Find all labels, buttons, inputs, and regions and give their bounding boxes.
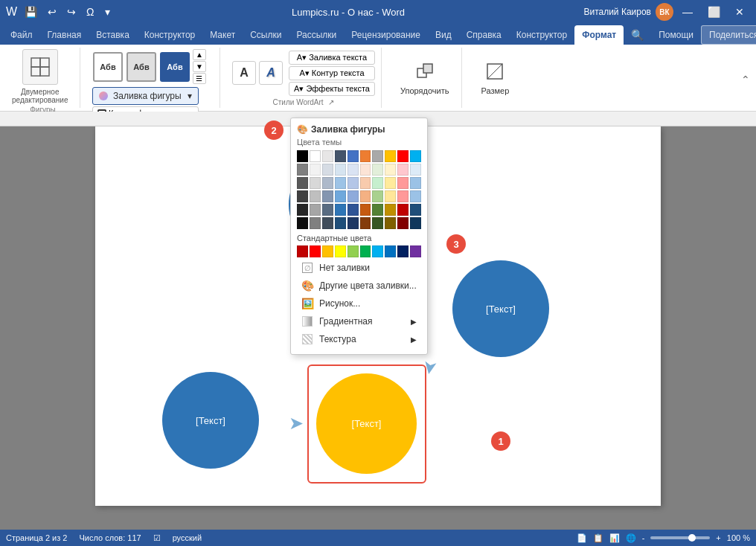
swatch-4-1[interactable] xyxy=(297,190,308,202)
swatch-3-1[interactable] xyxy=(297,177,308,189)
tab-insert[interactable]: Вставка xyxy=(89,25,137,45)
swatch-3-9[interactable] xyxy=(397,177,409,189)
swatch-5-8[interactable] xyxy=(385,204,396,216)
swatch-5-6[interactable] xyxy=(360,204,371,216)
shape-fill-button[interactable]: Заливка фигуры ▾ xyxy=(92,87,199,105)
wordart-dialog-launcher[interactable]: ↗ xyxy=(328,98,334,106)
swatch-3-5[interactable] xyxy=(347,177,359,189)
swatch-5-1[interactable] xyxy=(297,204,308,216)
swatch-yellow1[interactable] xyxy=(385,150,396,162)
swatch-3-6[interactable] xyxy=(360,177,371,189)
collapse-ribbon-button[interactable]: ⌃ xyxy=(741,74,750,86)
std-swatch-5[interactable] xyxy=(347,245,359,257)
tab-layout[interactable]: Макет xyxy=(202,25,243,45)
tab-search[interactable]: 🔍 xyxy=(624,25,651,45)
wordart-btn-a1[interactable]: A xyxy=(232,61,256,85)
swatch-lgray[interactable] xyxy=(322,150,333,162)
swatch-4-10[interactable] xyxy=(410,190,421,202)
maximize-button[interactable]: ⬜ xyxy=(702,3,726,21)
view-focus-icon[interactable]: 📊 xyxy=(609,533,620,543)
circle-left[interactable]: [Текст] xyxy=(162,372,259,469)
close-button[interactable]: ✕ xyxy=(729,3,750,21)
tab-view[interactable]: Вид xyxy=(428,25,459,45)
swatch-2-7[interactable] xyxy=(372,164,383,176)
arrange-button[interactable]: Упорядочить xyxy=(394,51,455,104)
swatch-6-4[interactable] xyxy=(335,217,346,229)
wordart-outline-btn[interactable]: A▾ Контур текста xyxy=(289,66,375,80)
redo-icon[interactable]: ↪ xyxy=(64,4,79,19)
circle-right[interactable]: [Текст] xyxy=(452,260,549,357)
style-scroll-up[interactable]: ▲ xyxy=(193,49,206,60)
zoom-slider[interactable] xyxy=(650,536,710,539)
swatch-4-8[interactable] xyxy=(385,190,396,202)
swatch-dgray[interactable] xyxy=(335,150,346,162)
swatch-2-6[interactable] xyxy=(360,164,371,176)
swatch-lightblue1[interactable] xyxy=(410,150,421,162)
picture-item[interactable]: 🖼️ Рисунок... xyxy=(297,295,421,312)
std-swatch-9[interactable] xyxy=(397,245,409,257)
save-icon[interactable]: 💾 xyxy=(22,4,40,19)
swatch-2-5[interactable] xyxy=(347,164,359,176)
swatch-gray2[interactable] xyxy=(372,150,383,162)
swatch-3-2[interactable] xyxy=(310,177,321,189)
std-swatch-4[interactable] xyxy=(335,245,346,257)
wordart-btn-a2[interactable]: A xyxy=(259,61,283,85)
style-thumb-1[interactable]: Абв xyxy=(93,52,123,82)
std-swatch-10[interactable] xyxy=(410,245,421,257)
std-swatch-7[interactable] xyxy=(372,245,383,257)
swatch-2-4[interactable] xyxy=(335,164,346,176)
std-swatch-8[interactable] xyxy=(385,245,396,257)
zoom-in-btn[interactable]: + xyxy=(716,533,720,542)
circle-center-yellow[interactable]: [Текст] xyxy=(316,373,417,474)
swatch-6-10[interactable] xyxy=(410,217,421,229)
swatch-4-3[interactable] xyxy=(322,190,333,202)
tab-references[interactable]: Ссылки xyxy=(243,25,289,45)
swatch-5-7[interactable] xyxy=(372,204,383,216)
style-scroll-down[interactable]: ▼ xyxy=(193,61,206,72)
swatch-4-5[interactable] xyxy=(347,190,359,202)
swatch-2-2[interactable] xyxy=(310,164,321,176)
quick-access-more[interactable]: ▾ xyxy=(102,4,113,19)
std-swatch-6[interactable] xyxy=(360,245,371,257)
tab-review[interactable]: Рецензирование xyxy=(344,25,428,45)
swatch-3-4[interactable] xyxy=(335,177,346,189)
swatch-6-6[interactable] xyxy=(360,217,371,229)
swatch-6-2[interactable] xyxy=(310,217,321,229)
std-swatch-2[interactable] xyxy=(310,245,321,257)
size-button[interactable]: Размер xyxy=(474,51,516,104)
std-swatch-3[interactable] xyxy=(322,245,333,257)
swatch-3-10[interactable] xyxy=(410,177,421,189)
minimize-button[interactable]: — xyxy=(676,3,699,21)
swatch-blue1[interactable] xyxy=(347,150,359,162)
swatch-5-3[interactable] xyxy=(322,204,333,216)
swatch-5-5[interactable] xyxy=(347,204,359,216)
more-colors-item[interactable]: 🎨 Другие цвета заливки... xyxy=(297,277,421,295)
swatch-white[interactable] xyxy=(310,150,321,162)
swatch-5-10[interactable] xyxy=(410,204,421,216)
wordart-effects-btn[interactable]: A▾ Эффекты текста xyxy=(289,82,375,96)
swatch-3-8[interactable] xyxy=(385,177,396,189)
gradient-item[interactable]: Градиентная ▶ xyxy=(297,312,421,330)
std-swatch-1[interactable] xyxy=(297,245,308,257)
swatch-4-4[interactable] xyxy=(335,190,346,202)
style-thumb-3[interactable]: Абв xyxy=(160,52,190,82)
zoom-out-btn[interactable]: - xyxy=(642,533,645,542)
no-fill-item[interactable]: ∅ Нет заливки xyxy=(297,259,421,277)
swatch-6-7[interactable] xyxy=(372,217,383,229)
tab-assist[interactable]: Помощи xyxy=(651,25,701,45)
swatch-4-7[interactable] xyxy=(372,190,383,202)
swatch-2-8[interactable] xyxy=(385,164,396,176)
texture-item[interactable]: Текстура ▶ xyxy=(297,330,421,348)
spell-icon[interactable]: ☑ xyxy=(153,533,161,543)
view-web-icon[interactable]: 🌐 xyxy=(626,533,636,543)
swatch-red1[interactable] xyxy=(397,150,409,162)
tab-file[interactable]: Файл xyxy=(3,25,40,45)
view-normal-icon[interactable]: 📄 xyxy=(577,533,587,543)
tab-constructor[interactable]: Конструктор xyxy=(137,25,202,45)
swatch-5-4[interactable] xyxy=(335,204,346,216)
style-thumb-2[interactable]: Абв xyxy=(126,52,156,82)
swatch-5-9[interactable] xyxy=(397,204,409,216)
swatch-6-3[interactable] xyxy=(322,217,333,229)
swatch-6-5[interactable] xyxy=(347,217,359,229)
swatch-4-2[interactable] xyxy=(310,190,321,202)
